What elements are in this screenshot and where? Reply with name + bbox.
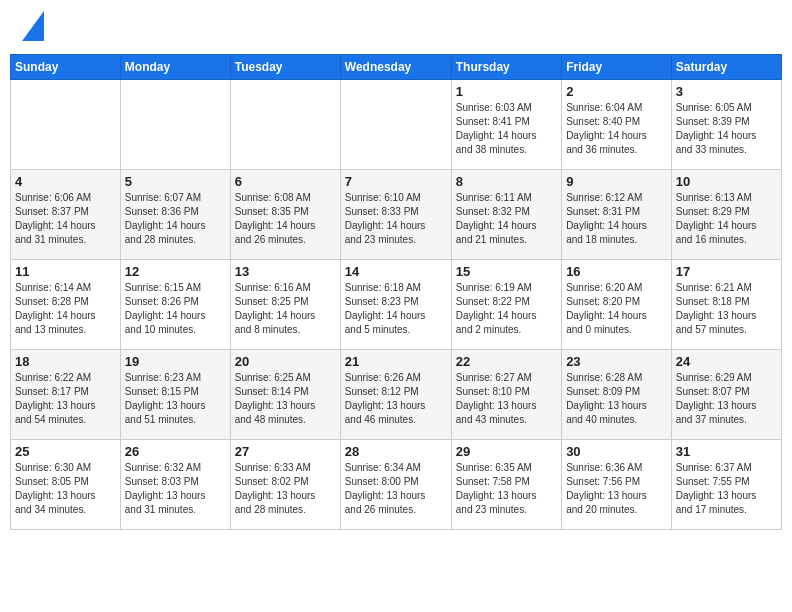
day-number: 7	[345, 174, 447, 189]
calendar-day-cell: 8Sunrise: 6:11 AM Sunset: 8:32 PM Daylig…	[451, 170, 561, 260]
calendar-week-row: 1Sunrise: 6:03 AM Sunset: 8:41 PM Daylig…	[11, 80, 782, 170]
day-number: 25	[15, 444, 116, 459]
day-info: Sunrise: 6:19 AM Sunset: 8:22 PM Dayligh…	[456, 281, 557, 337]
day-number: 16	[566, 264, 667, 279]
day-number: 6	[235, 174, 336, 189]
day-info: Sunrise: 6:07 AM Sunset: 8:36 PM Dayligh…	[125, 191, 226, 247]
day-info: Sunrise: 6:05 AM Sunset: 8:39 PM Dayligh…	[676, 101, 777, 157]
day-info: Sunrise: 6:18 AM Sunset: 8:23 PM Dayligh…	[345, 281, 447, 337]
calendar-day-cell: 15Sunrise: 6:19 AM Sunset: 8:22 PM Dayli…	[451, 260, 561, 350]
calendar-day-cell	[120, 80, 230, 170]
calendar-day-cell: 13Sunrise: 6:16 AM Sunset: 8:25 PM Dayli…	[230, 260, 340, 350]
day-number: 4	[15, 174, 116, 189]
calendar-day-cell: 10Sunrise: 6:13 AM Sunset: 8:29 PM Dayli…	[671, 170, 781, 260]
day-number: 29	[456, 444, 557, 459]
day-info: Sunrise: 6:13 AM Sunset: 8:29 PM Dayligh…	[676, 191, 777, 247]
calendar-day-cell: 14Sunrise: 6:18 AM Sunset: 8:23 PM Dayli…	[340, 260, 451, 350]
day-number: 3	[676, 84, 777, 99]
day-number: 24	[676, 354, 777, 369]
calendar-week-row: 4Sunrise: 6:06 AM Sunset: 8:37 PM Daylig…	[11, 170, 782, 260]
day-number: 22	[456, 354, 557, 369]
day-number: 30	[566, 444, 667, 459]
weekday-header: Friday	[562, 55, 672, 80]
svg-marker-0	[22, 11, 44, 41]
day-number: 19	[125, 354, 226, 369]
day-info: Sunrise: 6:29 AM Sunset: 8:07 PM Dayligh…	[676, 371, 777, 427]
calendar-day-cell: 31Sunrise: 6:37 AM Sunset: 7:55 PM Dayli…	[671, 440, 781, 530]
day-number: 28	[345, 444, 447, 459]
calendar-day-cell: 25Sunrise: 6:30 AM Sunset: 8:05 PM Dayli…	[11, 440, 121, 530]
day-info: Sunrise: 6:36 AM Sunset: 7:56 PM Dayligh…	[566, 461, 667, 517]
weekday-header: Sunday	[11, 55, 121, 80]
page-header	[10, 10, 782, 46]
calendar-week-row: 25Sunrise: 6:30 AM Sunset: 8:05 PM Dayli…	[11, 440, 782, 530]
calendar-day-cell: 9Sunrise: 6:12 AM Sunset: 8:31 PM Daylig…	[562, 170, 672, 260]
calendar-day-cell: 19Sunrise: 6:23 AM Sunset: 8:15 PM Dayli…	[120, 350, 230, 440]
logo	[20, 15, 44, 41]
day-number: 31	[676, 444, 777, 459]
day-info: Sunrise: 6:11 AM Sunset: 8:32 PM Dayligh…	[456, 191, 557, 247]
day-info: Sunrise: 6:15 AM Sunset: 8:26 PM Dayligh…	[125, 281, 226, 337]
weekday-header: Monday	[120, 55, 230, 80]
calendar-header-row: SundayMondayTuesdayWednesdayThursdayFrid…	[11, 55, 782, 80]
day-number: 21	[345, 354, 447, 369]
calendar-week-row: 11Sunrise: 6:14 AM Sunset: 8:28 PM Dayli…	[11, 260, 782, 350]
day-number: 8	[456, 174, 557, 189]
weekday-header: Saturday	[671, 55, 781, 80]
day-info: Sunrise: 6:12 AM Sunset: 8:31 PM Dayligh…	[566, 191, 667, 247]
day-number: 26	[125, 444, 226, 459]
day-number: 1	[456, 84, 557, 99]
calendar-day-cell: 16Sunrise: 6:20 AM Sunset: 8:20 PM Dayli…	[562, 260, 672, 350]
calendar-table: SundayMondayTuesdayWednesdayThursdayFrid…	[10, 54, 782, 530]
day-info: Sunrise: 6:14 AM Sunset: 8:28 PM Dayligh…	[15, 281, 116, 337]
day-info: Sunrise: 6:08 AM Sunset: 8:35 PM Dayligh…	[235, 191, 336, 247]
calendar-day-cell: 5Sunrise: 6:07 AM Sunset: 8:36 PM Daylig…	[120, 170, 230, 260]
calendar-day-cell: 6Sunrise: 6:08 AM Sunset: 8:35 PM Daylig…	[230, 170, 340, 260]
calendar-day-cell: 23Sunrise: 6:28 AM Sunset: 8:09 PM Dayli…	[562, 350, 672, 440]
calendar-day-cell	[340, 80, 451, 170]
calendar-day-cell: 26Sunrise: 6:32 AM Sunset: 8:03 PM Dayli…	[120, 440, 230, 530]
day-info: Sunrise: 6:32 AM Sunset: 8:03 PM Dayligh…	[125, 461, 226, 517]
day-number: 18	[15, 354, 116, 369]
calendar-day-cell: 7Sunrise: 6:10 AM Sunset: 8:33 PM Daylig…	[340, 170, 451, 260]
day-info: Sunrise: 6:21 AM Sunset: 8:18 PM Dayligh…	[676, 281, 777, 337]
calendar-day-cell: 24Sunrise: 6:29 AM Sunset: 8:07 PM Dayli…	[671, 350, 781, 440]
calendar-day-cell: 17Sunrise: 6:21 AM Sunset: 8:18 PM Dayli…	[671, 260, 781, 350]
weekday-header: Tuesday	[230, 55, 340, 80]
day-number: 15	[456, 264, 557, 279]
logo-icon	[22, 11, 44, 41]
calendar-day-cell: 1Sunrise: 6:03 AM Sunset: 8:41 PM Daylig…	[451, 80, 561, 170]
day-info: Sunrise: 6:06 AM Sunset: 8:37 PM Dayligh…	[15, 191, 116, 247]
day-number: 2	[566, 84, 667, 99]
day-info: Sunrise: 6:25 AM Sunset: 8:14 PM Dayligh…	[235, 371, 336, 427]
day-number: 13	[235, 264, 336, 279]
day-info: Sunrise: 6:22 AM Sunset: 8:17 PM Dayligh…	[15, 371, 116, 427]
calendar-day-cell: 2Sunrise: 6:04 AM Sunset: 8:40 PM Daylig…	[562, 80, 672, 170]
calendar-day-cell: 3Sunrise: 6:05 AM Sunset: 8:39 PM Daylig…	[671, 80, 781, 170]
day-info: Sunrise: 6:33 AM Sunset: 8:02 PM Dayligh…	[235, 461, 336, 517]
calendar-day-cell: 30Sunrise: 6:36 AM Sunset: 7:56 PM Dayli…	[562, 440, 672, 530]
day-info: Sunrise: 6:37 AM Sunset: 7:55 PM Dayligh…	[676, 461, 777, 517]
day-info: Sunrise: 6:10 AM Sunset: 8:33 PM Dayligh…	[345, 191, 447, 247]
weekday-header: Thursday	[451, 55, 561, 80]
calendar-week-row: 18Sunrise: 6:22 AM Sunset: 8:17 PM Dayli…	[11, 350, 782, 440]
calendar-day-cell: 12Sunrise: 6:15 AM Sunset: 8:26 PM Dayli…	[120, 260, 230, 350]
calendar-day-cell	[230, 80, 340, 170]
day-info: Sunrise: 6:03 AM Sunset: 8:41 PM Dayligh…	[456, 101, 557, 157]
calendar-day-cell: 27Sunrise: 6:33 AM Sunset: 8:02 PM Dayli…	[230, 440, 340, 530]
day-number: 20	[235, 354, 336, 369]
calendar-day-cell: 11Sunrise: 6:14 AM Sunset: 8:28 PM Dayli…	[11, 260, 121, 350]
day-info: Sunrise: 6:26 AM Sunset: 8:12 PM Dayligh…	[345, 371, 447, 427]
day-number: 9	[566, 174, 667, 189]
calendar-day-cell: 21Sunrise: 6:26 AM Sunset: 8:12 PM Dayli…	[340, 350, 451, 440]
day-number: 14	[345, 264, 447, 279]
day-info: Sunrise: 6:23 AM Sunset: 8:15 PM Dayligh…	[125, 371, 226, 427]
day-info: Sunrise: 6:27 AM Sunset: 8:10 PM Dayligh…	[456, 371, 557, 427]
day-number: 10	[676, 174, 777, 189]
day-info: Sunrise: 6:04 AM Sunset: 8:40 PM Dayligh…	[566, 101, 667, 157]
day-number: 11	[15, 264, 116, 279]
day-info: Sunrise: 6:16 AM Sunset: 8:25 PM Dayligh…	[235, 281, 336, 337]
calendar-day-cell: 20Sunrise: 6:25 AM Sunset: 8:14 PM Dayli…	[230, 350, 340, 440]
calendar-day-cell	[11, 80, 121, 170]
calendar-day-cell: 29Sunrise: 6:35 AM Sunset: 7:58 PM Dayli…	[451, 440, 561, 530]
